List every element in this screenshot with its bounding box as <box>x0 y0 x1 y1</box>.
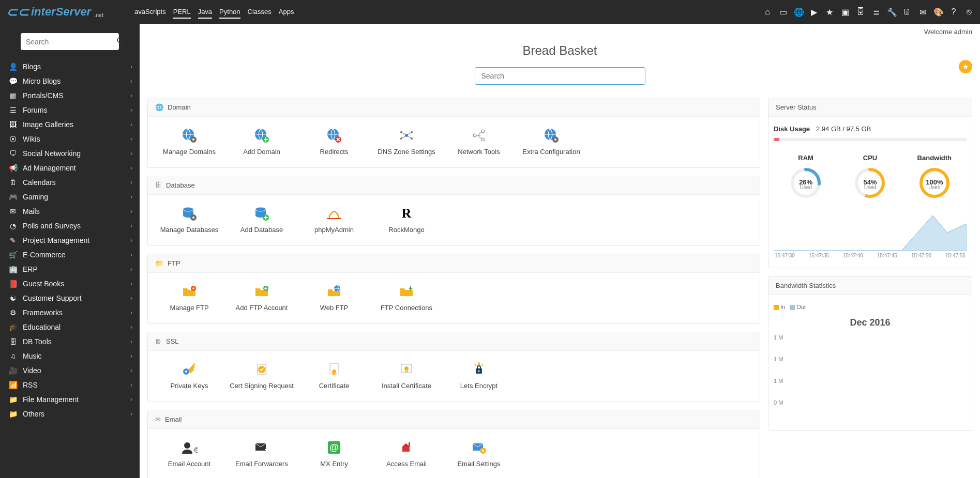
topnav-python[interactable]: Python <box>219 6 240 19</box>
mail-icon[interactable]: ✉ <box>918 7 927 17</box>
logout-icon[interactable]: ⎋ <box>964 7 974 17</box>
home-icon[interactable]: ⌂ <box>763 7 772 17</box>
archive-icon[interactable]: 🗄 <box>856 7 865 17</box>
play-icon[interactable]: ▶ <box>809 7 819 17</box>
topnav-perl[interactable]: PERL <box>173 6 191 19</box>
top-icon-bar: ⌂▭🌐▶★▣🗄≣🔧🗎✉🎨?⎋ <box>763 7 974 17</box>
palette-icon[interactable]: 🎨 <box>933 7 943 17</box>
topnav-java[interactable]: Java <box>198 6 212 19</box>
star-icon[interactable]: ★ <box>825 7 834 17</box>
top-bar: ⊂⊂interServer.net avaScriptsPERLJavaPyth… <box>0 0 980 24</box>
globe-grid-icon[interactable]: 🌐 <box>794 7 803 17</box>
window-icon[interactable]: ▭ <box>778 7 788 17</box>
list-icon[interactable]: ≣ <box>871 7 881 17</box>
brand-logo[interactable]: ⊂⊂interServer.net <box>6 4 103 20</box>
topnav-avascripts[interactable]: avaScripts <box>134 6 166 19</box>
help-icon[interactable]: ? <box>949 7 958 17</box>
box-icon[interactable]: ▣ <box>840 7 850 17</box>
topnav-classes[interactable]: Classes <box>248 6 272 19</box>
wrench-icon[interactable]: 🔧 <box>887 7 896 17</box>
topnav-apps[interactable]: Apps <box>279 6 294 19</box>
doc-icon[interactable]: 🗎 <box>902 7 912 17</box>
top-nav: avaScriptsPERLJavaPythonClassesApps <box>134 6 294 19</box>
